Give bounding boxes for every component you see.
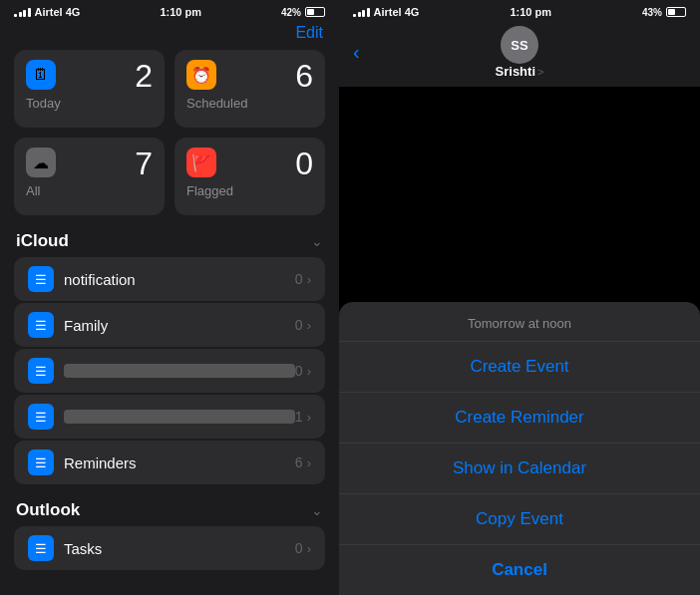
create-reminder-button[interactable]: Create Reminder <box>339 393 700 444</box>
flagged-label: Flagged <box>186 183 313 198</box>
blurred1-count: 0 <box>295 363 303 379</box>
action-sheet-title: Tomorrow at noon <box>339 302 700 342</box>
today-icon: 🗓 <box>26 60 56 90</box>
show-calendar-button[interactable]: Show in Calendar <box>339 444 700 494</box>
battery-icon-right <box>666 7 686 17</box>
card-flagged[interactable]: 🚩 0 Flagged <box>175 138 325 215</box>
flagged-icon: 🚩 <box>186 148 216 177</box>
family-label: Family <box>64 317 295 334</box>
r-signal-bar-4 <box>367 8 370 17</box>
outlook-chevron-icon: ⌄ <box>311 502 323 518</box>
r-signal-bar-1 <box>353 14 356 17</box>
back-button[interactable]: ‹ <box>353 41 360 64</box>
copy-event-button[interactable]: Copy Event <box>339 494 700 545</box>
blurred2-chevron-icon: › <box>307 410 311 425</box>
time-right: 1:10 pm <box>510 6 551 18</box>
card-scheduled[interactable]: ⏰ 6 Scheduled <box>175 50 325 128</box>
battery-percent-left: 42% <box>281 7 301 18</box>
create-event-button[interactable]: Create Event <box>339 342 700 393</box>
tasks-chevron-icon: › <box>307 541 311 556</box>
avatar: SS <box>501 26 538 64</box>
status-bar-right: Airtel 4G 1:10 pm 43% <box>339 0 700 22</box>
all-count: 7 <box>135 148 153 179</box>
signal-bars <box>14 8 31 17</box>
card-scheduled-top: ⏰ 6 <box>186 60 313 92</box>
list-item-blurred2[interactable]: ☰ 1 › <box>14 395 325 439</box>
list-icon-notification-glyph: ☰ <box>35 272 47 287</box>
tasks-label: Tasks <box>64 540 295 557</box>
reminders-count: 6 <box>295 454 303 470</box>
blurred2-count: 1 <box>295 409 303 425</box>
list-icon-blurred2-glyph: ☰ <box>35 410 47 425</box>
reminders-chevron-icon: › <box>307 455 311 470</box>
cards-grid: 🗓 2 Today ⏰ 6 Scheduled ☁ 7 <box>0 50 339 225</box>
right-panel: Airtel 4G 1:10 pm 43% ‹ SS Srishti > iMe… <box>339 0 700 595</box>
battery-icon-left <box>305 7 325 17</box>
left-panel: Airtel 4G 1:10 pm 42% Edit 🗓 2 Today <box>0 0 339 595</box>
card-today[interactable]: 🗓 2 Today <box>14 50 165 128</box>
tasks-count: 0 <box>295 540 303 556</box>
scheduled-label: Scheduled <box>186 96 313 111</box>
list-icon-family: ☰ <box>28 312 54 338</box>
scheduled-icon: ⏰ <box>186 60 216 90</box>
list-item-tasks[interactable]: ☰ Tasks 0 › <box>14 526 325 570</box>
list-icon-tasks: ☰ <box>28 535 54 561</box>
scheduled-count: 6 <box>295 60 313 92</box>
contact-chevron-icon: > <box>537 66 543 78</box>
list-icon-family-glyph: ☰ <box>35 318 47 333</box>
battery-fill-right <box>668 9 675 15</box>
status-right-right: 43% <box>642 7 686 18</box>
r-signal-bar-2 <box>358 12 361 17</box>
all-icon-glyph: ☁ <box>33 153 49 172</box>
card-all[interactable]: ☁ 7 All <box>14 138 165 215</box>
blurred1-label <box>64 364 295 378</box>
r-signal-bar-3 <box>362 10 365 17</box>
scheduled-icon-glyph: ⏰ <box>191 66 211 85</box>
blurred2-label <box>64 410 295 424</box>
family-chevron-icon: › <box>307 318 311 333</box>
signal-bar-1 <box>14 14 17 17</box>
icloud-section-header[interactable]: iCloud ⌄ <box>0 225 339 257</box>
signal-bar-4 <box>28 8 31 17</box>
outlook-title: Outlook <box>16 500 80 520</box>
list-item-blurred1[interactable]: ☰ 0 › <box>14 349 325 393</box>
list-item-notification[interactable]: ☰ notification 0 › <box>14 257 325 301</box>
list-icon-notification: ☰ <box>28 266 54 292</box>
contact-name: Srishti <box>496 64 535 79</box>
action-sheet: Tomorrow at noon Create Event Create Rem… <box>339 302 700 595</box>
edit-button[interactable]: Edit <box>295 24 323 42</box>
blurred1-chevron-icon: › <box>307 364 311 379</box>
signal-bar-2 <box>19 12 22 17</box>
list-icon-tasks-glyph: ☰ <box>35 541 47 556</box>
list-icon-blurred1-glyph: ☰ <box>35 364 47 379</box>
icloud-chevron-icon: ⌄ <box>311 233 323 249</box>
cancel-button[interactable]: Cancel <box>339 545 700 595</box>
signal-bars-right <box>353 8 370 17</box>
header-row: Edit <box>0 22 339 50</box>
status-left-right: Airtel 4G <box>353 6 419 18</box>
list-item-family[interactable]: ☰ Family 0 › <box>14 303 325 347</box>
action-sheet-overlay: Tomorrow at noon Create Event Create Rem… <box>339 302 700 595</box>
list-icon-blurred2: ☰ <box>28 404 54 430</box>
message-header: ‹ SS Srishti > <box>339 22 700 87</box>
status-bar-left: Airtel 4G 1:10 pm 42% <box>0 0 339 22</box>
list-icon-blurred1: ☰ <box>28 358 54 384</box>
list-item-reminders[interactable]: ☰ Reminders 6 › <box>14 441 325 484</box>
icloud-title: iCloud <box>16 231 69 251</box>
flagged-icon-glyph: 🚩 <box>191 153 211 172</box>
status-left: Airtel 4G <box>14 6 80 18</box>
reminders-label: Reminders <box>64 454 295 471</box>
contact-name-row: Srishti > <box>496 64 544 79</box>
contact-info[interactable]: SS Srishti > <box>496 26 544 79</box>
list-icon-reminders: ☰ <box>28 449 54 475</box>
card-today-top: 🗓 2 <box>26 60 153 92</box>
card-flagged-top: 🚩 0 <box>186 148 313 179</box>
outlook-section-header[interactable]: Outlook ⌄ <box>0 494 339 526</box>
battery-percent-right: 43% <box>642 7 662 18</box>
today-icon-glyph: 🗓 <box>33 66 49 84</box>
list-icon-reminders-glyph: ☰ <box>35 455 47 470</box>
today-label: Today <box>26 96 153 111</box>
notification-chevron-icon: › <box>307 272 311 287</box>
today-count: 2 <box>135 60 153 92</box>
family-count: 0 <box>295 317 303 333</box>
